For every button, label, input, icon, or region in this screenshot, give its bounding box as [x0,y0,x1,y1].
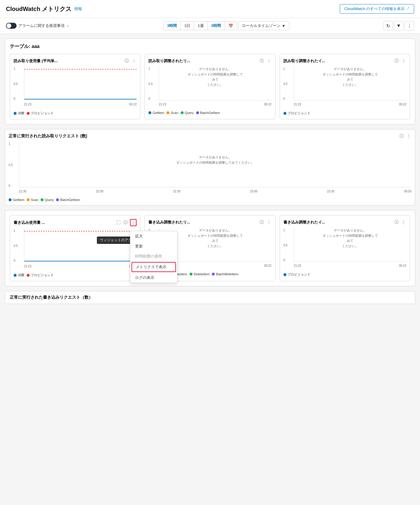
legend-dot-scan-1 [166,111,169,114]
chart-write-usage-legend: 消費 プロビジョンド [14,273,137,277]
chart-write-usage: 書き込み使用量 ... ⛶ ⓘ ⋮ 拡大 更新 時間範囲の適用 メトリクスで表示 [10,215,140,281]
chart-read-throttle-i-header: 読み取り調整されたイ... ⓘ ⋮ [283,58,406,64]
legend-dot-deleteitem [190,273,193,276]
chart-write-throttle-i-header: 書き込み調整されたイ... ⓘ ⋮ [283,219,406,226]
chart-write-throttle-i-plot: データがありません。ダッシュボードの時間範囲を調整してみてください。 [294,229,406,262]
wide-chart-read-legend: GetItem Scan Query BatchGetItem [9,198,411,202]
chart-write-throttle-ri-menu[interactable]: ⋮ [266,219,272,225]
legend-item-provisioned: プロビジョンド [27,111,54,115]
chart-write-usage-menu-btn[interactable]: ⋮ [130,219,137,226]
legend-item-provisioned-write: プロビジョンド [283,272,310,277]
wide-chart-read-info[interactable]: ⓘ [399,133,404,139]
chart-write-throttle-i-icons: ⓘ ⋮ [394,219,406,226]
alarm-icon: ♀ [66,24,69,28]
chart-read-usage-info[interactable]: ⓘ [124,58,129,64]
legend-dot-batchgetitem-wide [56,198,59,201]
chart-read-throttle-ri-info[interactable]: ⓘ [259,58,264,64]
write-red-dotted [24,231,137,231]
legend-item-batchgetitem-wide: BatchGetItem [56,198,80,202]
wide-chart-read-area: 1 0.5 0 データがありません。ダッシュボードの時間範囲を調整してみてくださ… [9,142,411,196]
legend-item-deleteitem: DeleteItem [190,272,209,276]
chart-read-throttle-i-menu[interactable]: ⋮ [401,58,406,64]
chart-write-throttle-i-menu[interactable]: ⋮ [401,219,406,225]
refresh-dropdown-button[interactable]: ▼ [394,21,403,30]
timezone-button[interactable]: ローカルタイムゾーン ▼ [238,21,289,30]
page-title: CloudWatch メトリクス [6,5,71,13]
dropdown-item-refresh[interactable]: 更新 [130,241,177,251]
legend-dot-write-provisioned [27,274,30,277]
chart-read-throttle-i-info[interactable]: ⓘ [394,58,399,64]
chart-write-usage-expand[interactable]: ⛶ [116,220,121,226]
chart-read-throttle-ri-title: 読み取り調整されたリ... [148,58,259,64]
legend-item-batchwriteitem: BatchWriteItem [212,272,238,276]
wide-chart-read-title: 正常に実行された読み取りリクエスト (数) [9,134,399,139]
info-link[interactable]: 情報 [74,6,82,12]
alarm-toggle-switch[interactable] [6,23,17,29]
refresh-button[interactable]: ↻ [383,21,393,30]
chart-write-throttle-i-info[interactable]: ⓘ [394,219,399,226]
legend-dot-query-wide [41,198,44,201]
blue-solid-line [24,99,137,99]
dropdown-item-logs[interactable]: ログの表示 [130,273,177,283]
footer-section: 正常に実行された書き込みリクエスト（数） [5,291,415,304]
alarm-toggle: アラームに関する推奨事項 ♀ [6,23,69,29]
chart-read-throttle-i-y: 1 0.5 0 [283,67,292,100]
chart-read-usage-area: 1 0.5 0 21:23 00:22 [14,67,137,109]
legend-dot-consumption [14,112,17,115]
wide-chart-no-data: データがありません。ダッシュボードの時間範囲を調整してみてください。 [176,155,254,165]
chart-read-throttle-ri-menu[interactable]: ⋮ [266,58,272,64]
legend-dot-provisioned-blue [283,112,286,115]
chart-write-usage-info[interactable]: ⓘ [123,219,128,226]
red-dotted-line [24,69,137,70]
time-btn-3h-left[interactable]: 3時間 [163,22,181,30]
cloudwatch-link-button[interactable]: CloudWatch のすべての情報を表示 ↗ [340,4,414,14]
dropdown-item-expand[interactable]: 拡大 [130,231,177,241]
time-range-group: 3時間 1日 1週 3時間 📅 [163,21,237,30]
table-charts-row: 読み取り使用量 (平均単... ⓘ ⋮ 1 0.5 0 [10,54,410,119]
legend-item-provisioned-blue: プロビジョンド [283,111,310,115]
no-data-message-write-i: データがありません。ダッシュボードの時間範囲を調整してみてください。 [322,228,378,249]
chart-write-throttle-ri-info[interactable]: ⓘ [259,219,264,226]
wide-chart-read-menu[interactable]: ⋮ [406,133,411,139]
timezone-label: ローカルタイムゾーン [242,23,280,28]
legend-item-batchgetitem-1: BatchGetItem [196,111,220,115]
chart-read-usage-icons: ⓘ ⋮ [124,58,137,64]
no-data-message-1: データがありません。ダッシュボードの時間範囲を調整してみてください。 [187,67,243,87]
chart-read-throttle-i-x: 21:23 00:22 [294,103,406,109]
chart-read-throttle-ri-plot: データがありません。ダッシュボードの時間範囲を調整してみてください。 [159,67,271,100]
legend-dot-provisioned-write [283,273,286,276]
legend-dot-getitem-wide [9,198,12,201]
chart-read-throttle-ri-icons: ⓘ ⋮ [259,58,272,64]
chart-write-usage-area: 1 0.5 0 21:23 00:22 [14,229,137,271]
bottom-section: 書き込み使用量 ... ⛶ ⓘ ⋮ 拡大 更新 時間範囲の適用 メトリクスで表示 [5,210,415,286]
chart-write-throttle-ri-icons: ⓘ ⋮ [259,219,272,226]
time-btn-3h-right[interactable]: 3時間 [208,22,225,30]
chart-write-usage-header: 書き込み使用量 ... ⛶ ⓘ ⋮ 拡大 更新 時間範囲の適用 メトリクスで表示 [14,219,137,226]
chart-write-throttle-i-area: 1 0.5 0 データがありません。ダッシュボードの時間範囲を調整してみてくださ… [283,229,406,270]
chart-read-throttle-i: 読み取り調整されたイ... ⓘ ⋮ 1 0.5 0 データがありません。ダッシュ [280,54,410,119]
chart-write-usage-plot [24,229,137,262]
legend-item-query-1: Query [181,111,194,115]
footer-section-title: 正常に実行された書き込みリクエスト（数） [10,295,410,300]
time-btn-1d[interactable]: 1日 [181,22,194,30]
time-btn-1w[interactable]: 1週 [194,22,207,30]
more-options-button[interactable]: ⋮ [405,21,414,30]
chart-read-throttle-ri-y: 1 0.5 0 [148,67,157,100]
legend-item-write-provisioned: プロビジョンド [27,273,54,277]
chart-write-throttle-ri-title: 書き込み調整されたリ... [148,220,259,225]
chart-read-usage-menu[interactable]: ⋮ [131,58,137,64]
time-btn-calendar[interactable]: 📅 [225,22,237,30]
dropdown-item-metrics[interactable]: メトリクスで表示 [132,262,176,272]
chart-write-usage-x: 21:23 00:22 [24,265,137,271]
chart-read-throttle-i-area: 1 0.5 0 データがありません。ダッシュボードの時間範囲を調整してみてくださ… [283,67,406,109]
header-left: CloudWatch メトリクス 情報 [6,5,82,13]
chart-write-usage-y: 1 0.5 0 [14,229,23,262]
header-right: CloudWatch のすべての情報を表示 ↗ [340,4,414,14]
legend-dot-query-1 [181,111,184,114]
table-section-title: テーブル: aaa [10,44,410,50]
bottom-charts-row: 書き込み使用量 ... ⛶ ⓘ ⋮ 拡大 更新 時間範囲の適用 メトリクスで表示 [10,215,410,281]
header: CloudWatch メトリクス 情報 CloudWatch のすべての情報を表… [0,0,420,18]
dropdown-item-timerange: 時間範囲の適用 [130,251,177,261]
chart-read-usage-title: 読み取り使用量 (平均単... [14,58,124,64]
toolbar-left: アラームに関する推奨事項 ♀ [6,23,69,29]
